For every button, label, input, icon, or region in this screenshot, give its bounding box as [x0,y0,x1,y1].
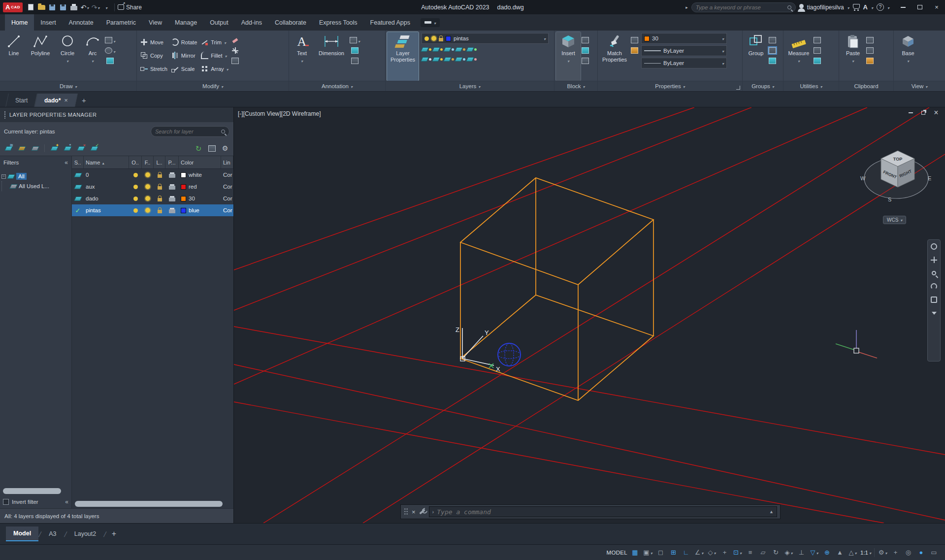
file-tab-start[interactable]: Start [5,94,37,107]
dialog-launcher-icon[interactable] [736,86,740,90]
ortho-toggle[interactable]: ∟ [680,547,692,559]
layer-row-aux[interactable]: aux red Cor [72,181,233,193]
table-button[interactable] [351,46,358,55]
modify-panel-label[interactable]: Modify [137,81,289,91]
wrench-icon[interactable] [419,509,425,514]
viewcube-east-label[interactable]: E [928,175,931,181]
tab-layout2[interactable]: Layout2 [67,527,103,541]
leader-button[interactable] [350,36,360,44]
offset-button[interactable] [231,57,239,65]
new-drawing-tab-button[interactable]: + [76,94,91,107]
command-close-icon[interactable]: × [412,508,416,516]
rectangle-tool-button[interactable] [105,36,115,44]
tab-view[interactable]: View [142,14,168,31]
autocad-logo-icon[interactable]: ACAD [3,2,23,12]
new-group-filter-button[interactable] [16,143,27,153]
lineweight-dropdown[interactable]: ByLayer [641,45,727,56]
settings-button[interactable]: ⚙ [220,143,230,153]
column-lock[interactable]: L.. [154,156,165,168]
dynamic-input-toggle[interactable]: ⊞ [667,547,680,559]
create-block-button[interactable] [582,36,589,44]
set-current-layer-button[interactable]: ✓ [89,143,99,153]
wcs-dropdown[interactable]: WCS [883,216,906,224]
text-button[interactable]: A Text [291,32,313,81]
infer-constraints-toggle[interactable]: ◻ [654,547,667,559]
tab-output[interactable]: Output [203,14,235,31]
tab-collaborate[interactable]: Collaborate [268,14,313,31]
edit-block-button[interactable] [582,46,589,55]
explode-button[interactable] [231,46,239,55]
layer-walk-button[interactable] [467,55,477,64]
chevron-down-icon[interactable] [301,58,303,64]
tab-insert[interactable]: Insert [34,14,62,31]
chevron-down-icon[interactable] [714,549,716,556]
layers-panel-label[interactable]: Layers [386,81,554,91]
layer-match-button[interactable] [456,55,465,64]
selection-filtering-toggle[interactable]: ▽ [808,547,820,559]
column-color[interactable]: Color [179,156,221,168]
layer-lock-cell[interactable] [154,207,165,213]
chevron-down-icon[interactable] [722,35,724,41]
layer-on-cell[interactable] [129,197,142,201]
isolate-objects-button[interactable]: ◎ [902,547,914,559]
chevron-down-icon[interactable] [740,549,742,556]
layer-name-cell[interactable]: dado [84,196,129,201]
palette-grip-icon[interactable] [4,111,6,119]
layer-name-cell[interactable]: 0 [84,172,129,178]
cart-icon[interactable] [853,4,860,9]
linetype-dropdown[interactable]: ByLayer [641,58,727,68]
maximize-button[interactable] [912,0,928,14]
tab-a3[interactable]: A3 [41,527,64,541]
tree-all-used-label[interactable]: All Used L... [19,183,49,189]
new-property-filter-button[interactable]: ≋ [3,143,14,153]
cut-button[interactable] [866,36,874,44]
customize-columns-button[interactable] [206,143,217,153]
chevron-down-icon[interactable] [224,39,226,45]
layer-freeze-cell[interactable] [142,208,154,213]
circle-button[interactable]: Circle [55,32,80,81]
tab-annotate[interactable]: Annotate [63,14,100,31]
viewcube[interactable]: W E S TOP FRONT RIGHT [859,140,933,214]
layer-linetype-cell[interactable]: Cor [221,184,233,190]
save-as-button[interactable] [58,2,68,13]
chevron-down-icon[interactable] [887,4,889,11]
polyline-button[interactable]: Polyline [27,32,54,81]
transparency-toggle[interactable]: ▱ [757,547,769,559]
search-icon[interactable] [787,5,791,9]
layer-list-hscrollbar[interactable] [75,501,223,507]
layer-lock-cell[interactable] [154,184,165,190]
layer-isolate-button[interactable] [433,45,443,54]
tab-express-tools[interactable]: Express Tools [313,14,364,31]
open-file-button[interactable] [36,2,46,13]
share-button[interactable]: Share [118,4,142,11]
tab-home[interactable]: Home [5,14,34,31]
layer-lock-button[interactable] [456,45,465,54]
column-linetype[interactable]: Lin [221,156,233,168]
drawing-restore-button[interactable] [919,109,927,116]
orbit-button[interactable] [930,283,938,290]
command-grip-icon[interactable] [404,508,408,516]
chevron-down-icon[interactable] [225,53,227,59]
chevron-down-icon[interactable] [871,4,873,11]
quick-select-button[interactable] [814,36,821,44]
base-button[interactable]: Base [895,32,921,81]
grid-toggle[interactable]: ▦ [629,547,641,559]
plot-button[interactable] [69,2,79,13]
autoscale-toggle[interactable]: △ [847,547,859,559]
chevron-down-icon[interactable] [852,58,854,64]
viewport-controls-label[interactable]: [-][Custom View][2D Wireframe] [238,110,321,117]
chevron-down-icon[interactable] [701,549,703,556]
array-button[interactable]: Array [201,62,228,75]
stretch-button[interactable]: Stretch [140,62,167,75]
chevron-down-icon[interactable] [651,549,652,556]
tab-model[interactable]: Model [6,527,38,541]
layer-states-button[interactable] [30,143,40,153]
ellipse-tool-button[interactable] [105,46,115,55]
object-color-dropdown[interactable]: 30 [641,33,727,44]
viewcube-west-label[interactable]: W [860,175,866,181]
palette-title-bar[interactable]: LAYER PROPERTIES MANAGER [0,107,233,122]
layer-thaw-all-button[interactable] [433,55,443,64]
line-button[interactable]: Line [1,32,26,81]
red-construction-lines[interactable] [234,107,945,523]
group-selection-button[interactable] [769,57,776,65]
